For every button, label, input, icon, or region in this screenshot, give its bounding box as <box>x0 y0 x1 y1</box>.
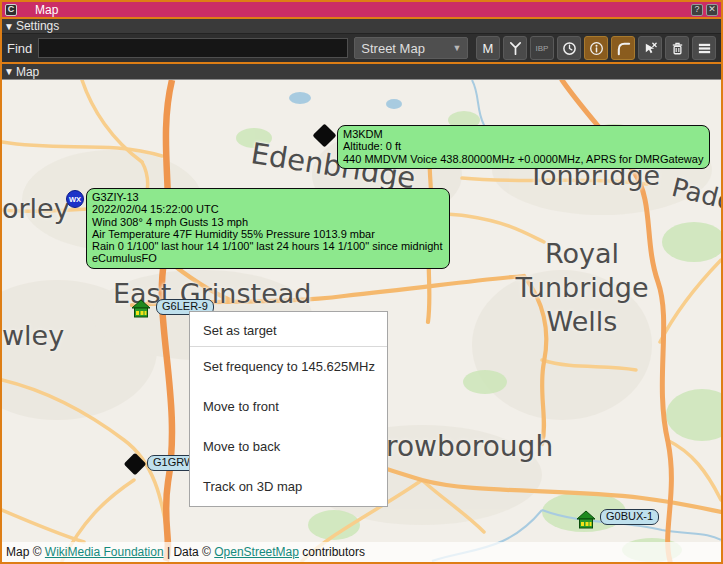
popup-line: 2022/02/04 15:22:00 UTC <box>92 203 443 215</box>
house-icon <box>131 299 151 319</box>
popup-line: M3KDM <box>343 128 703 140</box>
map-layer-value: Street Map <box>361 41 425 56</box>
popup-line: eCumulusFO <box>92 252 443 264</box>
map-layer-select[interactable]: Street Map ▼ <box>354 37 468 59</box>
map-canvas[interactable]: orley wley Edenbridge Tonbridge Paddo Ro… <box>2 80 721 562</box>
messages-button[interactable]: M <box>476 36 500 60</box>
station-popup-m3kdm: M3KDM Altitude: 0 ft 440 MMDVM Voice 438… <box>337 125 710 169</box>
time-button[interactable] <box>557 36 581 60</box>
attribution-text: contributors <box>299 545 365 559</box>
place-label-line: Wells <box>492 305 672 339</box>
collapse-arrow-icon: ▼ <box>4 21 14 32</box>
find-input[interactable] <box>38 38 348 58</box>
ibp-button[interactable]: IBP <box>530 36 554 60</box>
popup-line: Rain 0 1/100" last hour 14 1/100" last 2… <box>92 240 443 252</box>
toolbar-buttons: M IBP <box>476 36 716 60</box>
map-section-header[interactable]: ▼ Map <box>2 64 721 80</box>
context-menu-item-set-as-target[interactable]: Set as target <box>190 318 387 343</box>
curve-button[interactable] <box>611 36 635 60</box>
context-menu-item-move-to-front[interactable]: Move to front <box>190 387 387 427</box>
popup-line: Air Temperature 47F Humidity 55% Pressur… <box>92 228 443 240</box>
hamburger-menu-icon <box>697 41 712 56</box>
openstreetmap-link[interactable]: OpenStreetMap <box>214 545 299 559</box>
close-button[interactable]: ✕ <box>706 4 718 16</box>
popup-line: Altitude: 0 ft <box>343 140 703 152</box>
help-button[interactable]: ? <box>691 4 703 16</box>
attribution-text: | Data © <box>164 545 215 559</box>
place-label: Royal Tunbridge Wells <box>492 237 672 339</box>
info-icon <box>589 41 604 56</box>
title-bar: C Map ? ✕ <box>2 2 721 19</box>
station-marker-g0bux[interactable] <box>576 510 596 530</box>
menu-button[interactable] <box>692 36 716 60</box>
station-popup-g3ziy: G3ZIY-13 2022/02/04 15:22:00 UTC Wind 30… <box>86 188 450 269</box>
popup-line: Wind 308° 4 mph Gusts 13 mph <box>92 216 443 228</box>
chevron-down-icon: ▼ <box>452 43 461 53</box>
place-label-line: Royal <box>492 237 672 271</box>
window-title: Map <box>35 3 688 17</box>
map-window: C Map ? ✕ ▼ Settings Find Street Map ▼ M… <box>0 0 723 564</box>
popup-line: G3ZIY-13 <box>92 191 443 203</box>
curve-icon <box>616 41 631 56</box>
settings-section-label: Settings <box>16 19 59 33</box>
antenna-icon <box>508 41 523 56</box>
find-label: Find <box>7 41 32 56</box>
app-icon: C <box>5 4 17 16</box>
attribution-bar: Map © WikiMedia Foundation | Data © Open… <box>2 542 721 562</box>
place-label: wley <box>2 320 64 351</box>
station-marker-g3ziy-wx[interactable]: WX <box>66 190 84 208</box>
clear-selection-button[interactable] <box>638 36 662 60</box>
popup-line: 440 MMDVM Voice 438.80000MHz +0.0000MHz,… <box>343 153 703 165</box>
attribution-text: Map © <box>6 545 45 559</box>
context-menu-item-move-to-back[interactable]: Move to back <box>190 426 387 466</box>
settings-section-header[interactable]: ▼ Settings <box>2 19 721 34</box>
wx-icon: WX <box>69 195 81 204</box>
station-marker-g6ler[interactable] <box>131 299 151 319</box>
place-label: orley <box>2 193 70 224</box>
context-menu-item-set-frequency[interactable]: Set frequency to 145.625MHz <box>190 347 387 387</box>
clock-icon <box>562 41 577 56</box>
toolbar: Find Street Map ▼ M IBP <box>2 34 721 64</box>
antenna-button[interactable] <box>503 36 527 60</box>
map-section-label: Map <box>16 65 39 79</box>
clear-selection-icon <box>643 41 658 56</box>
context-menu: Set as target Set frequency to 145.625MH… <box>189 311 388 507</box>
delete-button[interactable] <box>665 36 689 60</box>
station-label-g0bux[interactable]: G0BUX-1 <box>600 509 659 525</box>
house-icon <box>576 510 596 530</box>
place-label-line: Tunbridge <box>492 271 672 305</box>
context-menu-item-track-3d[interactable]: Track on 3D map <box>190 466 387 506</box>
collapse-arrow-icon: ▼ <box>4 66 14 77</box>
place-label: rowborough <box>386 430 553 463</box>
info-button[interactable] <box>584 36 608 60</box>
trash-icon <box>670 41 685 56</box>
wikimedia-link[interactable]: WikiMedia Foundation <box>45 545 164 559</box>
